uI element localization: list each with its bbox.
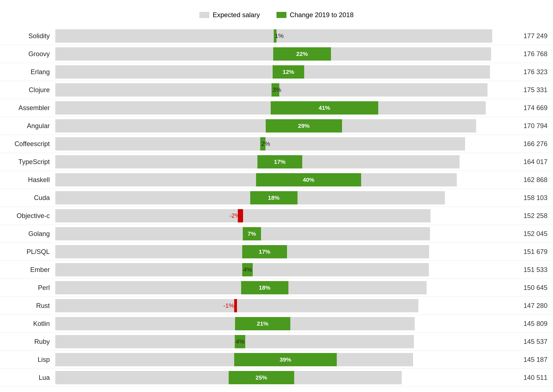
table-row: Rust -1% 147 280 [0,297,553,315]
table-row: Kotlin 21% 145 809 [0,315,553,333]
value-label: 145 537 [509,338,553,346]
legend-change: Change 2019 to 2018 [276,11,354,19]
value-label: 158 103 [509,194,553,202]
bar-area: -1% [55,297,509,315]
bar-area: 40% [55,171,509,189]
row-label: Lua [0,374,55,381]
pct-label: 41% [319,105,330,111]
bar-area: 18% [55,279,509,297]
table-row: Coffeescript 2% 166 276 [0,135,553,153]
bar-area: 1% [55,27,509,45]
pct-label: 3% [273,86,281,94]
legend-expected-salary: Expected salary [199,11,260,19]
table-row: Assembler 41% 174 669 [0,99,553,117]
green-bar: 22% [273,47,331,61]
row-label: TypeScript [0,158,55,166]
row-label: Objective-c [0,212,55,220]
pct-label: 40% [303,176,314,183]
pct-label: 2% [261,140,270,147]
table-row: Clojure 3% 175 331 [0,81,553,99]
value-label: 175 331 [509,86,553,94]
table-row: Solidity 1% 177 249 [0,27,553,45]
pct-label: 29% [298,123,310,129]
pct-label: 17% [259,248,270,255]
pct-label: 22% [296,51,308,57]
bar-area: 39% [55,351,509,368]
row-label: Assembler [0,104,55,112]
chart-rows: Solidity 1% 177 249 Groovy 22% 176 768 E… [0,27,553,387]
value-label: 147 280 [509,302,553,310]
row-label: Perl [0,284,55,292]
value-label: 145 809 [509,320,553,328]
value-label: 166 276 [509,140,553,148]
pct-label: 1% [275,32,284,40]
table-row: Groovy 22% 176 768 [0,45,553,63]
bar-area: 3% [55,81,509,99]
bar-area: 17% [55,153,509,171]
pct-label: 17% [274,159,286,165]
bar-area: 25% [55,369,509,386]
pct-label: 18% [268,194,280,201]
row-label: Kotlin [0,320,55,328]
pct-label: 12% [283,69,294,75]
bar-area: -2% [55,207,509,225]
green-bar: 17% [242,245,287,258]
legend-expected-color [199,12,209,18]
table-row: Lua 25% 140 511 [0,369,553,387]
row-label: Golang [0,230,55,238]
table-row: Ruby 4% 145 537 [0,333,553,351]
row-label: Cuda [0,194,55,202]
table-row: Angular 29% 170 794 [0,117,553,135]
row-label: Erlang [0,68,55,76]
row-label: Ember [0,266,55,274]
value-label: 151 679 [509,248,553,256]
row-label: Ruby [0,338,55,346]
green-bar: 12% [273,65,304,79]
value-label: 170 794 [509,122,553,130]
chart-container: Expected salary Change 2019 to 2018 Soli… [0,0,553,392]
value-label: 152 045 [509,230,553,238]
row-label: Haskell [0,176,55,184]
row-label: Lisp [0,356,55,364]
pct-label: 21% [257,320,268,327]
legend-change-color [276,12,286,18]
table-row: Haskell 40% 162 868 [0,171,553,189]
value-label: 176 323 [509,68,553,76]
value-label: 151 533 [509,266,553,274]
table-row: Objective-c -2% 152 258 [0,207,553,225]
value-label: 177 249 [509,32,553,40]
table-row: Cuda 18% 158 103 [0,189,553,207]
value-label: 152 258 [509,212,553,220]
pct-label: 18% [259,284,270,291]
negative-bar [234,299,237,312]
row-label: Groovy [0,50,55,58]
green-bar: 40% [256,173,361,186]
table-row: TypeScript 17% 164 017 [0,153,553,171]
table-row: Golang 7% 152 045 [0,225,553,243]
green-bar: 41% [271,101,379,115]
bar-area: 41% [55,99,509,117]
bg-bar [55,209,431,222]
green-bar: 25% [229,371,294,384]
green-bar: 29% [266,119,342,133]
green-bar: 18% [250,191,298,204]
row-label: Rust [0,302,55,310]
row-label: Solidity [0,32,55,40]
value-label: 174 669 [509,104,553,112]
pct-label: 4% [243,266,252,273]
green-bar: 17% [257,155,302,168]
pct-label: 4% [236,338,245,345]
legend-expected-label: Expected salary [213,11,260,19]
legend: Expected salary Change 2019 to 2018 [0,11,553,19]
bar-area: 17% [55,243,509,261]
green-bar: 21% [235,317,290,330]
pct-label: -2% [229,212,240,219]
bar-area: 29% [55,117,509,135]
row-label: Coffeescript [0,140,55,148]
table-row: Erlang 12% 176 323 [0,63,553,81]
bar-area: 12% [55,63,509,81]
bar-area: 2% [55,135,509,153]
green-bar: 18% [241,281,288,294]
bar-area: 4% [55,333,509,351]
bar-area: 4% [55,261,509,279]
